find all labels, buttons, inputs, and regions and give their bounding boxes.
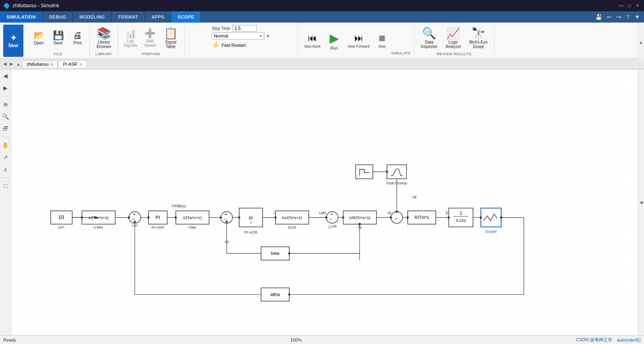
library-browser-button[interactable]: 📚 Library Browser bbox=[93, 25, 115, 51]
svg-text:Ui: Ui bbox=[225, 240, 228, 244]
svg-text:PI: PI bbox=[156, 215, 160, 220]
minimize-button[interactable]: — bbox=[618, 2, 625, 9]
log-signals-icon: 📊 bbox=[125, 29, 136, 38]
stop-time-input[interactable] bbox=[232, 25, 257, 31]
title-bar-left: 🔷 zhiliutiaosu - Simulink bbox=[3, 2, 59, 9]
ribbon-expand-button[interactable]: ▲ bbox=[638, 24, 644, 60]
doc-tab-zhiliu-close[interactable]: ✕ bbox=[50, 62, 53, 67]
svg-text:−: − bbox=[224, 216, 227, 221]
step-back-button[interactable]: ⏮ Step Back bbox=[301, 31, 324, 50]
svg-text:Scope: Scope bbox=[485, 229, 496, 234]
sidebar-zoom-out-icon[interactable]: 🗗 bbox=[1, 124, 10, 133]
svg-text:Ks/(Ts*s+1): Ks/(Ts*s+1) bbox=[282, 215, 302, 220]
svg-text:△Ud: △Ud bbox=[328, 224, 336, 228]
library-icon: 📚 bbox=[97, 28, 111, 39]
sidebar-select-icon[interactable]: ↗ bbox=[1, 152, 10, 162]
open-button[interactable]: 📂 Open bbox=[30, 29, 48, 47]
sidebar-divider-3 bbox=[2, 177, 10, 178]
title-bar-controls[interactable]: — □ × bbox=[618, 2, 641, 9]
run-icon: ▶ bbox=[330, 31, 339, 45]
mode-extra-arrow[interactable]: ▼ bbox=[266, 34, 270, 38]
svg-text:SCR: SCR bbox=[288, 225, 296, 229]
svg-text:−: − bbox=[132, 216, 135, 221]
step-forward-icon: ⏭ bbox=[354, 33, 363, 44]
diagram-svg: 10 Un* 1/(Ton*s+1) n-filer + − Un PI PI … bbox=[11, 69, 638, 335]
maximize-button[interactable]: □ bbox=[626, 2, 633, 9]
print-button[interactable]: 🖨 Print bbox=[69, 29, 86, 47]
new-button[interactable]: ✦ New bbox=[3, 25, 23, 57]
sidebar-zoom-in-icon[interactable]: 🔍 bbox=[1, 112, 10, 121]
logic-analyzer-button[interactable]: 📈 Logic Analyzer bbox=[442, 25, 464, 51]
status-right: CSDN @海神之光 auto(ode45) bbox=[576, 337, 641, 343]
document-tab-bar: ◀ ▶ ▲ zhiliutiaosu ✕ PI ASR ✕ bbox=[0, 59, 644, 69]
birds-eye-icon: 🔭 bbox=[471, 28, 485, 39]
svg-text:Idl: Idl bbox=[412, 195, 416, 199]
run-button[interactable]: ▶ Run bbox=[326, 29, 343, 53]
doc-nav-back[interactable]: ◀ bbox=[2, 61, 8, 67]
svg-text:1/R/(Tr*s+1): 1/R/(Tr*s+1) bbox=[349, 215, 370, 220]
tab-apps[interactable]: APPS bbox=[145, 11, 171, 23]
data-inspector-button[interactable]: 🔍 Data Inspector bbox=[418, 25, 441, 51]
svg-text:Un*: Un* bbox=[58, 225, 65, 229]
data-inspector-icon: 🔍 bbox=[422, 28, 436, 39]
sidebar-pan-icon[interactable]: ✋ bbox=[1, 140, 10, 150]
undo-icon[interactable]: ↩ bbox=[605, 13, 613, 21]
right-sidebar-collapse[interactable]: ◀ bbox=[638, 69, 644, 335]
tab-scope[interactable]: SCOPE bbox=[171, 11, 201, 23]
close-button[interactable]: × bbox=[634, 2, 641, 9]
svg-text:10: 10 bbox=[59, 215, 64, 220]
sidebar-divider-1 bbox=[2, 96, 10, 96]
tab-format[interactable]: FORMAT bbox=[112, 11, 145, 23]
simulate-group-items: Stop Time Normal ▼ ▼ ⚡ Fast Restart bbox=[210, 25, 272, 55]
window-title: zhiliutiaosu - Simulink bbox=[13, 3, 59, 8]
main-canvas[interactable]: 10 Un* 1/(Ton*s+1) n-filer + − Un PI PI … bbox=[11, 69, 638, 335]
fast-restart-icon: ⚡ bbox=[212, 41, 220, 49]
save-button[interactable]: 💾 Save bbox=[49, 29, 67, 47]
sidebar-annotate-icon[interactable]: 𝐴 bbox=[1, 165, 10, 174]
left-sidebar: ◀ ▶ ⊕ 🔍 🗗 ✋ ↗ 𝐴 □ bbox=[0, 69, 11, 335]
svg-text:0.132: 0.132 bbox=[456, 218, 466, 223]
add-viewer-button[interactable]: ➕ Add Viewer bbox=[141, 27, 159, 49]
mode-dropdown-arrow: ▼ bbox=[259, 34, 262, 38]
sidebar-zoom-fit-icon[interactable]: ⊕ bbox=[1, 100, 10, 109]
sidebar-forward-icon[interactable]: ▶ bbox=[1, 83, 10, 93]
review-group-label: REVIEW RESULTS bbox=[437, 52, 472, 56]
app-icon: 🔷 bbox=[3, 2, 10, 9]
step-forward-button[interactable]: ⏭ Step Forward bbox=[345, 31, 373, 50]
save-icon[interactable]: 💾 bbox=[594, 13, 604, 21]
library-group: 📚 Library Browser LIBRARY bbox=[90, 24, 118, 57]
log-signals-button[interactable]: 📊 Log Signals bbox=[121, 27, 140, 49]
expand-icon[interactable]: ▼ bbox=[633, 13, 642, 21]
tab-simulation[interactable]: SIMULATION bbox=[0, 11, 43, 23]
stop-button[interactable]: ⏹ Stop bbox=[374, 31, 390, 50]
doc-nav-forward[interactable]: ▶ bbox=[8, 61, 15, 67]
simulate-group-label: SIMULATE bbox=[391, 51, 411, 55]
tab-debug[interactable]: DEBUG bbox=[43, 11, 73, 23]
birds-eye-scope-button[interactable]: 🔭 Bird's-Eye Scope bbox=[466, 25, 491, 51]
svg-rect-50 bbox=[387, 165, 406, 179]
prepare-group: 📊 Log Signals ➕ Add Viewer 📋 Signal Tabl… bbox=[118, 24, 185, 57]
svg-text:1/(Toi*s+1): 1/(Toi*s+1) bbox=[183, 215, 202, 220]
doc-nav-up[interactable]: ▲ bbox=[15, 62, 22, 67]
mode-select[interactable]: Normal ▼ bbox=[212, 32, 264, 40]
step-back-icon: ⏮ bbox=[308, 33, 317, 44]
signal-table-icon: 📋 bbox=[164, 28, 178, 39]
add-viewer-icon: ➕ bbox=[144, 29, 155, 38]
content-area: ◀ ▶ ⊕ 🔍 🗗 ✋ ↗ 𝐴 □ bbox=[0, 69, 644, 335]
library-group-items: 📚 Library Browser bbox=[93, 25, 115, 51]
sidebar-ports-icon[interactable]: □ bbox=[1, 181, 10, 191]
help-icon[interactable]: ? bbox=[625, 13, 631, 21]
svg-text:beta: beta bbox=[271, 251, 280, 256]
library-group-label: LIBRARY bbox=[95, 52, 112, 56]
doc-tab-zhiliu[interactable]: zhiliutiaosu ✕ bbox=[22, 60, 58, 68]
status-bar: Ready 100% CSDN @海神之光 auto(ode45) bbox=[0, 335, 644, 344]
svg-rect-0 bbox=[19, 69, 629, 335]
logic-analyzer-icon: 📈 bbox=[446, 28, 460, 39]
sidebar-back-icon[interactable]: ◀ bbox=[1, 71, 10, 81]
svg-text:Ui(s): Ui(s) bbox=[178, 204, 186, 208]
doc-tab-piasr-close[interactable]: ✕ bbox=[79, 62, 82, 67]
tab-modeling[interactable]: MODELING bbox=[73, 11, 112, 23]
signal-table-button[interactable]: 📋 Signal Table bbox=[161, 25, 181, 51]
redo-icon[interactable]: ↪ bbox=[615, 13, 623, 21]
doc-tab-piasr[interactable]: PI ASR ✕ bbox=[59, 60, 86, 68]
